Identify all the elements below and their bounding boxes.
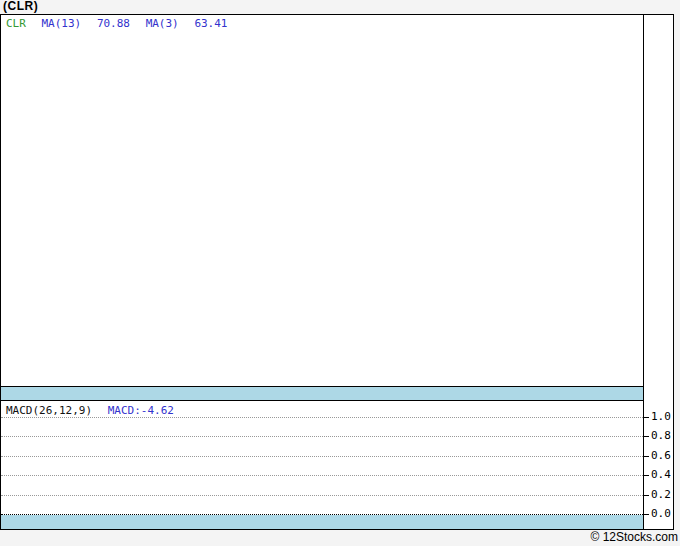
legend-symbol: CLR	[6, 17, 26, 30]
stock-chart-page: { "page": { "title": "(CLR)", "footer": …	[0, 0, 680, 546]
page-title: (CLR)	[3, 0, 38, 13]
legend-ma3-label: MA(3)	[146, 17, 179, 30]
macd-gridline	[1, 436, 643, 437]
legend-ma3-value: 63.41	[194, 17, 227, 30]
price-panel-legend: CLR MA(13) 70.88 MA(3) 63.41	[6, 17, 237, 30]
macd-legend-value: MACD:-4.62	[108, 404, 174, 417]
panel-separator-band	[1, 386, 643, 401]
axis-tick-label: 0.2	[651, 488, 671, 501]
macd-gridline	[1, 475, 643, 476]
legend-ma13-value: 70.88	[97, 17, 130, 30]
axis-tick-label: 0.0	[651, 507, 671, 520]
macd-legend-label: MACD(26,12,9)	[6, 404, 92, 417]
macd-gridline	[1, 456, 643, 457]
macd-panel-legend: MACD(26,12,9) MACD:-4.62	[6, 404, 183, 417]
watermark: © 12Stocks.com	[590, 530, 678, 545]
y-axis-line	[643, 14, 644, 530]
axis-tick-label: 0.6	[651, 449, 671, 462]
legend-ma13-label: MA(13)	[42, 17, 82, 30]
axis-tick-label: 0.8	[651, 429, 671, 442]
axis-tick-label: 0.4	[651, 468, 671, 481]
bottom-axis-band	[1, 515, 643, 529]
axis-tick-label: 1.0	[651, 410, 671, 423]
chart-frame	[0, 14, 674, 530]
macd-gridline	[1, 495, 643, 496]
macd-gridline	[1, 417, 643, 418]
